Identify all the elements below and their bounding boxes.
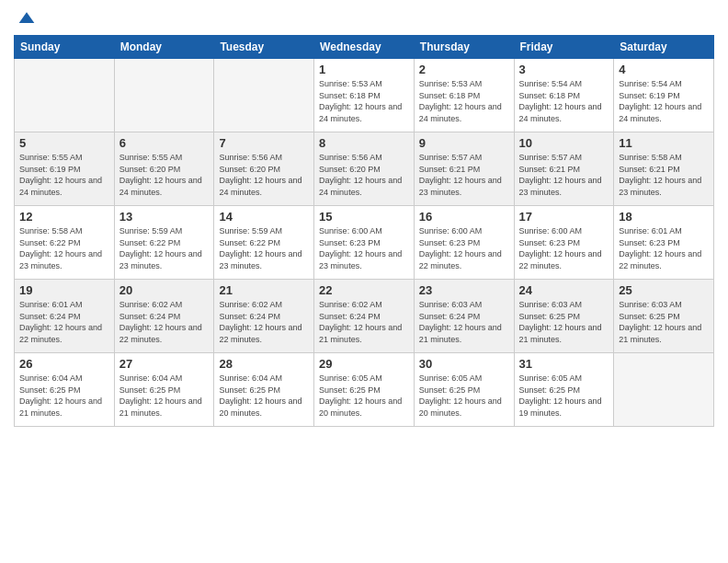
calendar-cell: 4Sunrise: 5:54 AMSunset: 6:19 PMDaylight… xyxy=(614,59,714,132)
day-info: Sunrise: 6:02 AMSunset: 6:24 PMDaylight:… xyxy=(319,299,409,345)
calendar-cell xyxy=(614,353,714,427)
calendar-cell: 29Sunrise: 6:05 AMSunset: 6:25 PMDayligh… xyxy=(314,353,415,427)
week-row-5: 26Sunrise: 6:04 AMSunset: 6:25 PMDayligh… xyxy=(15,353,714,427)
day-number: 27 xyxy=(119,357,210,371)
calendar-cell: 27Sunrise: 6:04 AMSunset: 6:25 PMDayligh… xyxy=(114,353,214,427)
day-number: 9 xyxy=(419,136,509,150)
calendar-cell: 3Sunrise: 5:54 AMSunset: 6:18 PMDaylight… xyxy=(514,59,614,132)
day-info: Sunrise: 5:56 AMSunset: 6:20 PMDaylight:… xyxy=(319,152,409,198)
day-number: 19 xyxy=(19,283,109,297)
calendar-cell xyxy=(214,59,314,132)
calendar-cell xyxy=(114,59,214,132)
calendar-cell: 19Sunrise: 6:01 AMSunset: 6:24 PMDayligh… xyxy=(15,280,115,353)
weekday-header-saturday: Saturday xyxy=(614,36,714,59)
calendar-cell: 8Sunrise: 5:56 AMSunset: 6:20 PMDaylight… xyxy=(314,132,415,206)
day-number: 22 xyxy=(319,283,409,297)
calendar-cell: 17Sunrise: 6:00 AMSunset: 6:23 PMDayligh… xyxy=(514,206,614,280)
day-number: 10 xyxy=(519,136,609,150)
day-info: Sunrise: 6:03 AMSunset: 6:24 PMDaylight:… xyxy=(419,299,509,345)
weekday-header-wednesday: Wednesday xyxy=(314,36,415,59)
day-number: 8 xyxy=(319,136,409,150)
day-number: 4 xyxy=(619,63,709,76)
day-number: 13 xyxy=(119,210,210,224)
day-number: 5 xyxy=(19,136,109,150)
svg-marker-0 xyxy=(19,12,35,23)
calendar-cell: 9Sunrise: 5:57 AMSunset: 6:21 PMDaylight… xyxy=(414,132,514,206)
day-info: Sunrise: 5:55 AMSunset: 6:20 PMDaylight:… xyxy=(119,152,210,198)
calendar-cell: 5Sunrise: 5:55 AMSunset: 6:19 PMDaylight… xyxy=(15,132,115,206)
day-number: 18 xyxy=(619,210,709,224)
day-number: 25 xyxy=(619,283,709,297)
day-info: Sunrise: 5:57 AMSunset: 6:21 PMDaylight:… xyxy=(519,152,609,198)
day-info: Sunrise: 6:04 AMSunset: 6:25 PMDaylight:… xyxy=(119,373,210,419)
day-info: Sunrise: 6:04 AMSunset: 6:25 PMDaylight:… xyxy=(19,373,109,419)
calendar-cell: 16Sunrise: 6:00 AMSunset: 6:23 PMDayligh… xyxy=(414,206,514,280)
calendar-cell: 10Sunrise: 5:57 AMSunset: 6:21 PMDayligh… xyxy=(514,132,614,206)
day-number: 31 xyxy=(519,357,609,371)
day-number: 23 xyxy=(419,283,509,297)
day-info: Sunrise: 6:02 AMSunset: 6:24 PMDaylight:… xyxy=(219,299,309,345)
calendar-cell: 14Sunrise: 5:59 AMSunset: 6:22 PMDayligh… xyxy=(214,206,314,280)
weekday-header-friday: Friday xyxy=(514,36,614,59)
calendar-table: SundayMondayTuesdayWednesdayThursdayFrid… xyxy=(14,35,714,427)
calendar-cell: 1Sunrise: 5:53 AMSunset: 6:18 PMDaylight… xyxy=(314,59,415,132)
calendar-cell: 24Sunrise: 6:03 AMSunset: 6:25 PMDayligh… xyxy=(514,280,614,353)
day-info: Sunrise: 6:04 AMSunset: 6:25 PMDaylight:… xyxy=(219,373,309,419)
calendar-cell: 6Sunrise: 5:55 AMSunset: 6:20 PMDaylight… xyxy=(114,132,214,206)
day-number: 1 xyxy=(319,63,409,76)
day-info: Sunrise: 6:01 AMSunset: 6:24 PMDaylight:… xyxy=(19,299,109,345)
week-row-3: 12Sunrise: 5:58 AMSunset: 6:22 PMDayligh… xyxy=(15,206,714,280)
weekday-header-tuesday: Tuesday xyxy=(214,36,314,59)
logo-icon xyxy=(17,9,36,28)
day-number: 3 xyxy=(519,63,609,76)
day-number: 21 xyxy=(219,283,309,297)
calendar-cell: 12Sunrise: 5:58 AMSunset: 6:22 PMDayligh… xyxy=(15,206,115,280)
header xyxy=(14,9,714,28)
calendar-cell: 7Sunrise: 5:56 AMSunset: 6:20 PMDaylight… xyxy=(214,132,314,206)
day-number: 16 xyxy=(419,210,509,224)
day-info: Sunrise: 6:02 AMSunset: 6:24 PMDaylight:… xyxy=(119,299,210,345)
calendar-cell: 28Sunrise: 6:04 AMSunset: 6:25 PMDayligh… xyxy=(214,353,314,427)
day-info: Sunrise: 6:01 AMSunset: 6:23 PMDaylight:… xyxy=(619,225,709,271)
page: SundayMondayTuesdayWednesdayThursdayFrid… xyxy=(0,0,728,563)
day-info: Sunrise: 5:58 AMSunset: 6:22 PMDaylight:… xyxy=(19,225,109,271)
weekday-header-row: SundayMondayTuesdayWednesdayThursdayFrid… xyxy=(15,36,714,59)
day-info: Sunrise: 5:59 AMSunset: 6:22 PMDaylight:… xyxy=(119,225,210,271)
day-info: Sunrise: 6:05 AMSunset: 6:25 PMDaylight:… xyxy=(319,373,409,419)
calendar-cell: 13Sunrise: 5:59 AMSunset: 6:22 PMDayligh… xyxy=(114,206,214,280)
day-info: Sunrise: 5:54 AMSunset: 6:19 PMDaylight:… xyxy=(619,78,709,124)
calendar-cell: 30Sunrise: 6:05 AMSunset: 6:25 PMDayligh… xyxy=(414,353,514,427)
day-info: Sunrise: 5:54 AMSunset: 6:18 PMDaylight:… xyxy=(519,78,609,124)
day-number: 14 xyxy=(219,210,309,224)
day-info: Sunrise: 5:56 AMSunset: 6:20 PMDaylight:… xyxy=(219,152,309,198)
week-row-4: 19Sunrise: 6:01 AMSunset: 6:24 PMDayligh… xyxy=(15,280,714,353)
day-info: Sunrise: 6:03 AMSunset: 6:25 PMDaylight:… xyxy=(619,299,709,345)
day-info: Sunrise: 5:55 AMSunset: 6:19 PMDaylight:… xyxy=(19,152,109,198)
weekday-header-monday: Monday xyxy=(114,36,214,59)
week-row-2: 5Sunrise: 5:55 AMSunset: 6:19 PMDaylight… xyxy=(15,132,714,206)
day-number: 2 xyxy=(419,63,509,76)
calendar-cell: 23Sunrise: 6:03 AMSunset: 6:24 PMDayligh… xyxy=(414,280,514,353)
calendar-cell: 22Sunrise: 6:02 AMSunset: 6:24 PMDayligh… xyxy=(314,280,415,353)
calendar-cell: 15Sunrise: 6:00 AMSunset: 6:23 PMDayligh… xyxy=(314,206,415,280)
day-number: 11 xyxy=(619,136,709,150)
day-number: 29 xyxy=(319,357,409,371)
calendar-cell: 18Sunrise: 6:01 AMSunset: 6:23 PMDayligh… xyxy=(614,206,714,280)
day-info: Sunrise: 6:00 AMSunset: 6:23 PMDaylight:… xyxy=(519,225,609,271)
calendar-cell xyxy=(15,59,115,132)
logo-text xyxy=(14,9,36,28)
day-info: Sunrise: 5:57 AMSunset: 6:21 PMDaylight:… xyxy=(419,152,509,198)
day-number: 15 xyxy=(319,210,409,224)
logo xyxy=(14,9,36,28)
day-info: Sunrise: 6:00 AMSunset: 6:23 PMDaylight:… xyxy=(319,225,409,271)
calendar-cell: 31Sunrise: 6:05 AMSunset: 6:25 PMDayligh… xyxy=(514,353,614,427)
day-number: 12 xyxy=(19,210,109,224)
week-row-1: 1Sunrise: 5:53 AMSunset: 6:18 PMDaylight… xyxy=(15,59,714,132)
day-info: Sunrise: 5:53 AMSunset: 6:18 PMDaylight:… xyxy=(319,78,409,124)
day-number: 30 xyxy=(419,357,509,371)
day-info: Sunrise: 6:00 AMSunset: 6:23 PMDaylight:… xyxy=(419,225,509,271)
day-number: 20 xyxy=(119,283,210,297)
day-number: 24 xyxy=(519,283,609,297)
calendar-cell: 11Sunrise: 5:58 AMSunset: 6:21 PMDayligh… xyxy=(614,132,714,206)
day-number: 26 xyxy=(19,357,109,371)
